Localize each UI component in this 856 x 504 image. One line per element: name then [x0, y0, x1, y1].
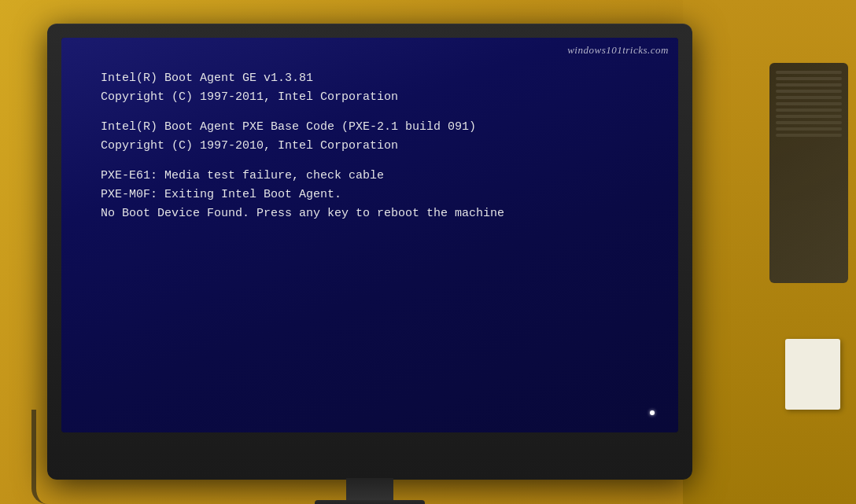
- monitor-inner: windows101tricks.com Intel(R) Boot Agent…: [61, 38, 678, 432]
- screen: windows101tricks.com Intel(R) Boot Agent…: [61, 38, 678, 432]
- right-side-area: [683, 0, 856, 504]
- scene: windows101tricks.com Intel(R) Boot Agent…: [0, 0, 856, 504]
- boot-line-3-1: PXE-E61: Media test failure, check cable: [101, 167, 639, 186]
- watermark: windows101tricks.com: [567, 44, 669, 57]
- boot-line-2-2: Copyright (C) 1997-2010, Intel Corporati…: [101, 137, 639, 156]
- keyboard: [769, 63, 848, 283]
- boot-section-1: Intel(R) Boot Agent GE v1.3.81 Copyright…: [101, 69, 639, 107]
- boot-line-3-2: PXE-M0F: Exiting Intel Boot Agent.: [101, 186, 639, 204]
- monitor: windows101tricks.com Intel(R) Boot Agent…: [47, 24, 692, 480]
- boot-line-1-2: Copyright (C) 1997-2011, Intel Corporati…: [101, 88, 639, 107]
- boot-line-2-1: Intel(R) Boot Agent PXE Base Code (PXE-2…: [101, 118, 639, 137]
- paper-card: [785, 339, 840, 410]
- monitor-cable: [31, 410, 94, 504]
- monitor-stand-base: [315, 500, 425, 504]
- boot-section-3: PXE-E61: Media test failure, check cable…: [101, 167, 639, 223]
- led-indicator: [650, 410, 655, 415]
- boot-line-1-1: Intel(R) Boot Agent GE v1.3.81: [101, 69, 639, 88]
- boot-line-3-3: No Boot Device Found. Press any key to r…: [101, 204, 639, 223]
- boot-section-2: Intel(R) Boot Agent PXE Base Code (PXE-2…: [101, 118, 639, 156]
- monitor-stand-neck: [346, 478, 393, 502]
